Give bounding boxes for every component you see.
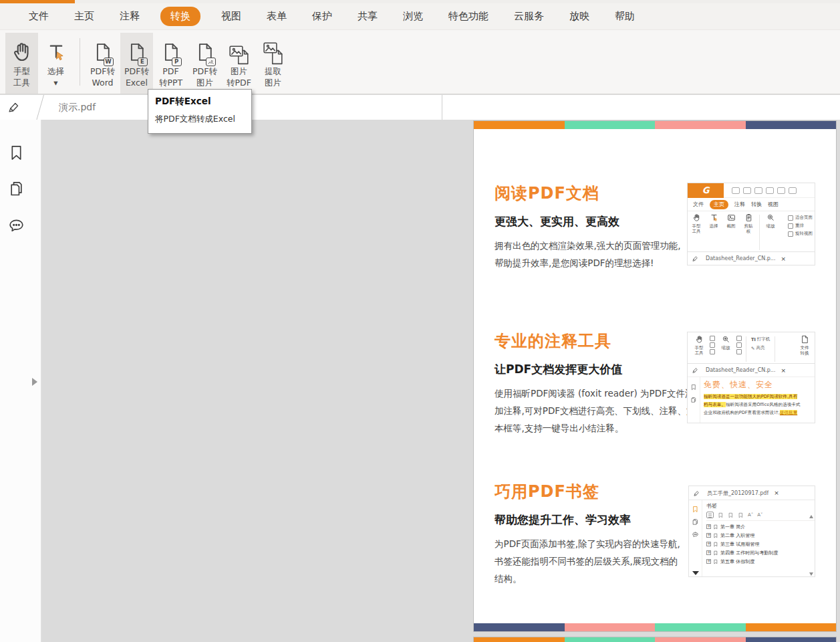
mini-page-text: 免费、快速、安全 福昕阅读器是一款功能强大的PDF阅读软件,具有 档与表单。福昕… xyxy=(700,377,815,423)
expand-plus-icon xyxy=(706,559,711,564)
image-badge-icon xyxy=(206,58,216,66)
edit-pencil-icon xyxy=(692,255,699,262)
undo-icon xyxy=(789,187,797,194)
bookmark-item: 第四章 工作时间与考勤制度 xyxy=(706,548,815,557)
pdf-to-ppt-label: PDF转PPT xyxy=(159,66,182,88)
mini-menu-bar: 文件 主页 注释 转换 视图 xyxy=(688,198,815,211)
tooltip-pdf-to-excel: PDF转Excel 将PDF文档转成Excel xyxy=(148,89,252,134)
save-icon xyxy=(743,187,751,194)
menu-tab-convert[interactable]: 转换 xyxy=(160,7,200,26)
mini-toolbar: 手型工具 缩放 xyxy=(688,332,815,363)
panel-expand-handle[interactable] xyxy=(32,378,37,386)
menu-tab-home[interactable]: 主页 xyxy=(74,10,94,23)
edit-pencil-icon xyxy=(693,490,700,497)
image-to-pdf-button[interactable]: 图片转PDF xyxy=(223,33,255,94)
image-to-pdf-label: 图片转PDF xyxy=(227,66,251,88)
comments-panel-button[interactable] xyxy=(7,217,25,235)
menu-tab-slideshow[interactable]: 放映 xyxy=(569,10,589,23)
pdf-to-word-label: PDF转Word xyxy=(90,66,115,88)
screenshot-annotation-ui: 手型工具 缩放 xyxy=(687,332,815,423)
select-tool-label: 选择▾ xyxy=(47,66,64,88)
reflow-icon xyxy=(788,223,793,229)
mini-select-tool: 选择 xyxy=(705,213,722,251)
ppt-badge: P xyxy=(172,58,182,66)
bookmark-icon xyxy=(713,524,718,530)
rotate-view-icon xyxy=(788,231,793,237)
left-panel-bar xyxy=(0,120,41,642)
mini-quick-access-toolbar xyxy=(732,187,797,194)
screenshot-reader-ui: G 文件 主页 注释 转换 视图 xyxy=(687,183,815,265)
collapse-text-icon: A˅ xyxy=(757,512,762,518)
tooltip-title: PDF转Excel xyxy=(155,96,246,108)
mini-zoom-tool: 缩放 xyxy=(762,213,779,251)
section-title: 巧用PDF书签 xyxy=(495,481,696,502)
mail-icon xyxy=(766,187,774,194)
menu-tab-features[interactable]: 特色功能 xyxy=(448,10,488,23)
hand-tool-label: 手型工具 xyxy=(13,66,30,88)
zoom-icon xyxy=(722,335,730,344)
expand-plus-icon xyxy=(706,524,711,529)
extract-image-button[interactable]: 提取图片 xyxy=(257,33,289,94)
edit-pencil-icon xyxy=(692,366,699,374)
comment-icon xyxy=(692,531,699,538)
bookmark-icon xyxy=(718,512,724,518)
expand-plus-icon xyxy=(706,542,711,546)
section-read-pdf: 阅读PDF文档 更强大、更实用、更高效 拥有出色的文档渲染效果,强大的页面管理功… xyxy=(495,183,696,272)
mini-view-tools: 适合页面 重排 旋转视图 xyxy=(788,213,815,251)
bookmarks-panel-button[interactable] xyxy=(7,144,25,162)
menu-tab-browse[interactable]: 浏览 xyxy=(403,10,423,23)
pdf-page-1: 阅读PDF文档 更强大、更实用、更高效 拥有出色的文档渲染效果,强大的页面管理功… xyxy=(474,121,836,631)
close-icon: × xyxy=(774,490,779,496)
fit-page-icon xyxy=(736,336,742,341)
newdoc-icon xyxy=(777,187,785,194)
extract-image-label: 提取图片 xyxy=(265,66,281,88)
pdf-to-ppt-icon: P xyxy=(161,38,181,66)
menu-tab-protect[interactable]: 保护 xyxy=(312,10,332,23)
mini-hand-tool: 手型工具 xyxy=(688,213,705,251)
page-bottom-stripes xyxy=(474,623,836,631)
section-body: 为PDF页面添加书签,除了实现内容的快速导航, 书签还能指明不同书签的层级关系,… xyxy=(495,535,696,587)
mini-bookmark-list-panel: 书签 A˄ A˅ 第一章 简介 第二章 入职管理 第三章 试用 xyxy=(702,500,815,577)
clipboard-icon xyxy=(710,349,715,354)
bookmark-icon xyxy=(692,506,699,513)
scroll-down-icon xyxy=(809,572,813,576)
select-cursor-icon xyxy=(710,213,718,222)
document-area[interactable]: 阅读PDF文档 更强大、更实用、更高效 拥有出色的文档渲染效果,强大的页面管理功… xyxy=(42,120,840,642)
mini-snapshot-tool: 截图 xyxy=(722,213,740,251)
mini-separator xyxy=(759,215,760,250)
select-tool-button[interactable]: 选择▾ xyxy=(39,33,72,94)
menu-tab-form[interactable]: 表单 xyxy=(267,10,287,23)
menu-tab-comment[interactable]: 注释 xyxy=(120,10,140,23)
menu-tab-share[interactable]: 共享 xyxy=(358,10,378,23)
hand-icon xyxy=(692,213,701,222)
pages-panel-button[interactable] xyxy=(7,180,25,198)
bookmark-item: 第三章 试用期管理 xyxy=(706,540,815,548)
mini-foxit-logo: G xyxy=(688,183,724,198)
menu-tab-view[interactable]: 视图 xyxy=(221,10,241,23)
edit-pencil-icon[interactable] xyxy=(7,100,21,114)
toolbar-separator xyxy=(80,38,80,86)
close-icon: × xyxy=(781,367,786,374)
pdf-to-word-icon: W xyxy=(93,38,113,66)
bookmark-icon xyxy=(713,559,718,564)
screenshot-bookmarks-ui: 员工手册_20120917.pdf × 书签 xyxy=(688,486,815,577)
menu-tab-help[interactable]: 帮助 xyxy=(615,10,635,23)
scroll-down-icon xyxy=(692,571,699,575)
file-convert-icon xyxy=(801,335,809,344)
section-subtitle: 让PDF文档发挥更大价值 xyxy=(495,362,696,377)
hand-tool-button[interactable]: 手型工具 xyxy=(5,33,38,94)
mini-clipboard-tool: 剪贴板 xyxy=(740,213,757,251)
mini-doc-tab: Datasheet_Reader_CN.p... × xyxy=(688,363,815,377)
scroll-up-icon xyxy=(809,515,813,518)
menu-tab-cloud[interactable]: 云服务 xyxy=(514,10,544,23)
menu-tab-file[interactable]: 文件 xyxy=(29,10,49,23)
mini-scrollbar xyxy=(808,514,814,577)
document-tab-bar: 演示.pdf xyxy=(0,95,840,120)
mini-menu-view: 视图 xyxy=(768,201,779,208)
pdf-to-excel-button[interactable]: E PDF转Excel xyxy=(120,33,153,94)
pdf-to-image-button[interactable]: PDF转图片 xyxy=(188,33,221,94)
pdf-to-word-button[interactable]: W PDF转Word xyxy=(86,33,119,94)
bookmark-item: 第一章 简介 xyxy=(706,522,815,531)
pdf-to-ppt-button[interactable]: P PDF转PPT xyxy=(154,33,187,94)
zoom-icon xyxy=(766,213,775,222)
